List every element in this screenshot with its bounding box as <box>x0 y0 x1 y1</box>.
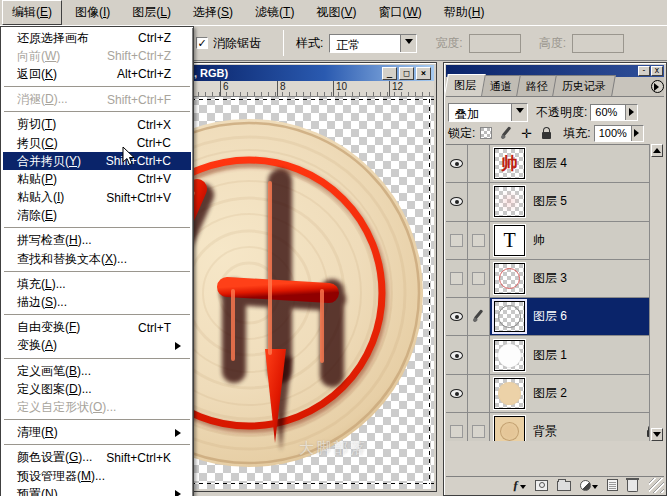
new-layer-icon[interactable] <box>607 479 618 492</box>
visibility-toggle[interactable] <box>446 183 468 220</box>
layer-row[interactable]: 图层 2 <box>446 375 664 413</box>
layer-name[interactable]: 图层 2 <box>533 385 567 402</box>
layer-thumbnail[interactable] <box>494 301 525 332</box>
layer-style-icon[interactable]: ƒ <box>513 479 527 492</box>
menu-item-cut[interactable]: 剪切(T)Ctrl+X <box>3 116 191 134</box>
menu-item-preferences[interactable]: 预置(N) <box>3 485 191 496</box>
layer-name[interactable]: 图层 4 <box>533 155 567 172</box>
menu-window[interactable]: 窗口(W) <box>369 1 430 24</box>
new-group-icon[interactable] <box>557 479 571 492</box>
menu-image[interactable]: 图像(I) <box>66 1 119 24</box>
visibility-toggle[interactable] <box>446 260 468 297</box>
chevron-down-icon[interactable] <box>511 104 527 121</box>
panel-close-button[interactable]: x <box>651 66 663 76</box>
menu-item-find-replace-text[interactable]: 查找和替换文本(X)... <box>3 250 191 268</box>
menu-layer[interactable]: 图层(L) <box>123 1 180 24</box>
layer-row[interactable]: 图层 5 <box>446 183 664 221</box>
layer-name[interactable]: 图层 5 <box>533 193 567 210</box>
panel-resize-grip[interactable] <box>649 478 664 493</box>
link-cell[interactable] <box>468 375 490 412</box>
layer-thumbnail[interactable] <box>494 186 525 217</box>
visibility-toggle[interactable] <box>446 336 468 373</box>
menu-help[interactable]: 帮助(H) <box>435 1 494 24</box>
close-button[interactable]: × <box>416 67 431 80</box>
visibility-toggle[interactable] <box>446 298 468 335</box>
menu-item-paste[interactable]: 粘贴(P)Ctrl+V <box>3 170 191 188</box>
lock-position-icon[interactable]: ✛ <box>519 126 533 140</box>
layer-name[interactable]: 帅 <box>533 232 545 249</box>
layer-row[interactable]: T 帅 <box>446 222 664 260</box>
menu-item-copy-merged[interactable]: 合并拷贝(Y)Shift+Ctrl+C <box>3 152 191 170</box>
minimize-button[interactable]: _ <box>382 67 397 80</box>
tab-history[interactable]: 历史记录 <box>552 75 616 96</box>
fill-field[interactable]: 100% <box>594 125 644 142</box>
canvas[interactable]: 大脚部落 <box>191 97 434 489</box>
visibility-toggle[interactable] <box>446 375 468 412</box>
maximize-button[interactable]: □ <box>399 67 414 80</box>
menu-item-define-pattern[interactable]: 定义图案(D)... <box>3 380 191 398</box>
layer-name[interactable]: 图层 1 <box>533 347 567 364</box>
chevron-down-icon[interactable] <box>400 35 416 52</box>
menu-item-transform[interactable]: 变换(A) <box>3 337 191 355</box>
layer-thumbnail[interactable]: 帅 <box>494 148 525 179</box>
menu-item-preset-manager[interactable]: 预设管理器(M)... <box>3 467 191 485</box>
layer-thumbnail[interactable] <box>494 263 525 294</box>
lock-transparency-icon[interactable] <box>479 126 493 140</box>
delete-layer-icon[interactable] <box>627 479 638 492</box>
menu-item-step-backward[interactable]: 返回(K)Alt+Ctrl+Z <box>3 65 191 83</box>
panel-minimize-button[interactable]: - <box>638 66 650 76</box>
link-cell[interactable] <box>468 336 490 373</box>
layer-name[interactable]: 图层 6 <box>533 308 567 325</box>
layer-row[interactable]: 图层 3 <box>446 260 664 298</box>
lock-paint-icon[interactable] <box>499 126 513 140</box>
menu-filter[interactable]: 滤镜(T) <box>246 1 303 24</box>
opacity-slider-icon[interactable] <box>625 105 637 120</box>
layer-name[interactable]: 背景 <box>533 423 557 440</box>
menu-view[interactable]: 视图(V) <box>307 1 365 24</box>
menu-item-copy[interactable]: 拷贝(C)Ctrl+C <box>3 134 191 152</box>
menu-item-free-transform[interactable]: 自由变换(F)Ctrl+T <box>3 319 191 337</box>
layer-name[interactable]: 图层 3 <box>533 270 567 287</box>
layer-row[interactable]: 图层 1 <box>446 336 664 374</box>
menu-item-clear[interactable]: 清除(E) <box>3 207 191 225</box>
layers-scrollbar[interactable] <box>649 144 664 441</box>
scroll-up-icon[interactable] <box>651 144 663 157</box>
layer-row-background[interactable]: 背景 <box>446 413 664 441</box>
menu-item-purge[interactable]: 清理(R) <box>3 424 191 442</box>
menu-item-fill[interactable]: 填充(L)... <box>3 275 191 293</box>
document-titlebar[interactable]: , RGB) _ □ × <box>191 65 434 81</box>
style-dropdown[interactable]: 正常 <box>329 34 417 53</box>
opacity-field[interactable]: 60% <box>590 104 638 121</box>
layer-thumbnail[interactable] <box>494 340 525 371</box>
tab-layers[interactable]: 图层 <box>444 74 486 96</box>
layer-mask-icon[interactable] <box>535 479 548 492</box>
link-cell[interactable] <box>468 183 490 220</box>
adjustment-layer-icon[interactable] <box>580 479 598 492</box>
blend-mode-dropdown[interactable]: 叠加 <box>448 103 528 122</box>
layer-thumbnail[interactable] <box>494 378 525 409</box>
visibility-toggle[interactable] <box>446 222 468 259</box>
menu-edit[interactable]: 编辑(E) <box>2 0 62 25</box>
layer-row-selected[interactable]: 图层 6 <box>446 298 664 336</box>
visibility-toggle[interactable] <box>446 145 468 182</box>
menu-item-color-settings[interactable]: 颜色设置(G)...Shift+Ctrl+K <box>3 449 191 467</box>
menu-item-paste-into[interactable]: 粘贴入(I)Shift+Ctrl+V <box>3 189 191 207</box>
menu-select[interactable]: 选择(S) <box>184 1 242 24</box>
menu-item-define-brush[interactable]: 定义画笔(B)... <box>3 362 191 380</box>
fill-slider-icon[interactable] <box>631 126 643 141</box>
lock-all-icon[interactable] <box>539 126 553 140</box>
visibility-toggle[interactable] <box>446 413 468 441</box>
text-layer-thumbnail[interactable]: T <box>494 225 525 256</box>
link-cell[interactable] <box>468 413 490 441</box>
link-cell[interactable] <box>468 145 490 182</box>
link-cell[interactable] <box>468 222 490 259</box>
panel-flyout-menu-icon[interactable] <box>651 80 664 93</box>
anti-alias-checkbox[interactable]: ✓ <box>196 37 208 49</box>
menu-item-stroke[interactable]: 描边(S)... <box>3 293 191 311</box>
layer-row[interactable]: 帅 图层 4 <box>446 145 664 183</box>
scroll-down-icon[interactable] <box>651 428 663 441</box>
menu-item-undo[interactable]: 还原选择画布Ctrl+Z <box>3 29 191 47</box>
menu-item-check-spelling[interactable]: 拼写检查(H)... <box>3 232 191 250</box>
layer-thumbnail[interactable] <box>494 416 525 441</box>
link-cell[interactable] <box>468 260 490 297</box>
